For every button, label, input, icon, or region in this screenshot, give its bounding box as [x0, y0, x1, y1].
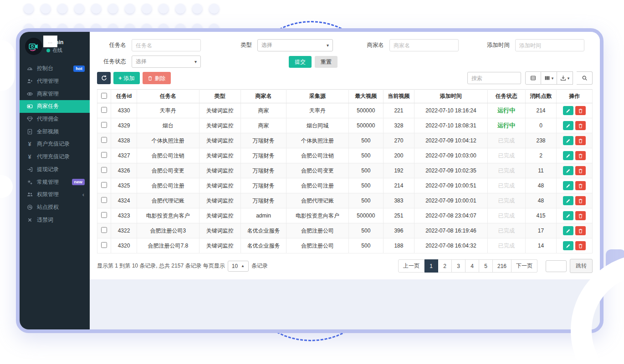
row-checkbox[interactable] — [101, 227, 107, 233]
toggle-view-button[interactable] — [525, 71, 541, 85]
task-status-select-value: 选择 — [136, 58, 147, 66]
cell-type: 关键词监控 — [199, 148, 240, 163]
jump-page-input[interactable] — [546, 260, 567, 272]
cell-add-time: 2022-07-10 18:08:31 — [414, 118, 487, 133]
page-button-5[interactable]: 5 — [479, 259, 493, 273]
sidebar-item-label: 商户充值记录 — [37, 140, 70, 148]
cell-task-name: 合肥公司注销 — [137, 148, 199, 163]
row-checkbox[interactable] — [101, 167, 107, 173]
prev-page-button[interactable]: 上一页 — [398, 259, 425, 273]
cell-task-id: 4322 — [111, 223, 137, 238]
sidebar-item-site-auth[interactable]: 站点授权 — [20, 201, 90, 214]
row-checkbox[interactable] — [101, 122, 107, 128]
edit-button[interactable] — [563, 151, 573, 160]
row-checkbox-cell — [97, 163, 111, 178]
cell-status: 已完成 — [488, 133, 526, 148]
delete-row-button[interactable] — [575, 196, 586, 205]
edit-button[interactable] — [563, 181, 573, 190]
delete-row-button[interactable] — [575, 181, 586, 190]
sidebar-item-merchant-tasks[interactable]: 商家任务 — [20, 100, 90, 113]
sidebar-item-agent-recharge[interactable]: ¥代理充值记录 — [20, 151, 90, 163]
trash-icon — [578, 183, 583, 188]
row-checkbox[interactable] — [101, 107, 107, 113]
delete-button[interactable]: 删除 — [143, 72, 171, 84]
task-name-input[interactable] — [132, 39, 201, 51]
edit-button[interactable] — [563, 121, 573, 130]
sidebar-item-agent-commission[interactable]: 代理佣金 — [20, 113, 90, 126]
decor-dot — [142, 4, 152, 14]
edit-button[interactable] — [563, 106, 573, 115]
row-checkbox[interactable] — [101, 152, 107, 158]
export-button[interactable]: ▾ — [557, 71, 573, 85]
chevron-left-icon: ‹ — [82, 191, 84, 198]
add-button[interactable]: +添加 — [113, 72, 140, 84]
delete-row-button[interactable] — [575, 136, 586, 145]
row-checkbox[interactable] — [101, 137, 107, 143]
merchant-name-input[interactable] — [389, 39, 459, 51]
sidebar-item-banned-words[interactable]: 违禁词 — [20, 213, 90, 226]
delete-row-button[interactable] — [575, 106, 586, 115]
edit-button[interactable] — [563, 136, 573, 145]
task-status-select[interactable]: 选择 ▾ — [132, 56, 201, 68]
cell-task-id: 4324 — [111, 193, 137, 208]
plus-icon: + — [118, 75, 122, 81]
select-all-checkbox[interactable] — [101, 93, 107, 99]
cell-current-videos: 214 — [384, 178, 414, 193]
sidebar-item-all-videos[interactable]: 全部视频 — [20, 125, 90, 138]
sidebar-item-withdraw-records[interactable]: 提现记录 — [20, 163, 90, 176]
avatar[interactable] — [25, 38, 42, 55]
refresh-button[interactable] — [97, 72, 111, 84]
cell-status: 运行中 — [488, 103, 526, 118]
sidebar-item-merchants[interactable]: 商家管理 — [20, 87, 90, 100]
cell-task-id: 4320 — [111, 238, 137, 253]
page-button-3[interactable]: 3 — [452, 259, 465, 273]
edit-button[interactable] — [563, 241, 573, 250]
cell-actions — [557, 178, 593, 193]
page-button-1[interactable]: 1 — [425, 259, 438, 273]
add-time-input[interactable] — [515, 39, 584, 51]
sidebar-item-merchant-recharge[interactable]: ¥商户充值记录 — [20, 138, 90, 151]
search-button[interactable] — [577, 71, 593, 85]
page-button-2[interactable]: 2 — [438, 259, 452, 273]
agents-icon — [26, 78, 33, 85]
edit-button[interactable] — [563, 211, 573, 220]
table-row: 4325合肥公司注册关键词监控万瑞财务合肥公司注册5002142022-07-0… — [97, 178, 593, 193]
per-page-select[interactable]: 10 ▲ — [228, 261, 249, 272]
cell-add-time: 2022-07-09 10:00:51 — [414, 178, 487, 193]
jump-button[interactable]: 跳转 — [570, 259, 593, 273]
next-page-button[interactable]: 下一页 — [511, 259, 537, 273]
row-checkbox[interactable] — [101, 242, 107, 248]
sidebar-item-agents[interactable]: 代理管理 — [20, 75, 90, 88]
page-button-4[interactable]: 4 — [465, 259, 479, 273]
refresh-icon — [101, 75, 107, 81]
sidebar-item-permissions[interactable]: 权限管理‹ — [20, 188, 90, 201]
delete-row-button[interactable] — [575, 151, 586, 160]
type-select-value: 选择 — [261, 41, 272, 49]
sidebar-item-general-manage[interactable]: 常规管理new — [20, 176, 90, 188]
submit-button[interactable]: 提交 — [289, 56, 312, 68]
delete-row-button[interactable] — [575, 121, 586, 130]
type-select[interactable]: 选择 ▾ — [257, 39, 333, 51]
sidebar-item-console[interactable]: 控制台hot — [20, 62, 90, 75]
chevron-down-icon: ▾ — [552, 76, 554, 81]
row-checkbox[interactable] — [101, 197, 107, 203]
delete-row-button[interactable] — [575, 166, 586, 175]
row-checkbox[interactable] — [101, 182, 107, 188]
cell-task-name: 烟台 — [137, 118, 199, 133]
cell-max-videos: 500 — [348, 223, 384, 238]
page-button-216[interactable]: 216 — [493, 259, 511, 273]
search-input[interactable] — [467, 72, 521, 84]
edit-button[interactable] — [563, 166, 573, 175]
toolbar-button-group: ▾▾ — [525, 71, 593, 85]
row-checkbox[interactable] — [101, 212, 107, 218]
pagination-info-suffix: 条记录 — [251, 262, 268, 270]
cell-task-id: 4327 — [111, 148, 137, 163]
delete-row-button[interactable] — [575, 211, 586, 220]
cell-task-name: 个体执照注册 — [137, 133, 199, 148]
delete-row-button[interactable] — [575, 241, 586, 250]
edit-button[interactable] — [563, 226, 573, 235]
columns-button[interactable]: ▾ — [541, 71, 557, 85]
delete-row-button[interactable] — [575, 226, 586, 235]
edit-button[interactable] — [563, 196, 573, 205]
reset-button[interactable]: 重置 — [315, 56, 338, 68]
